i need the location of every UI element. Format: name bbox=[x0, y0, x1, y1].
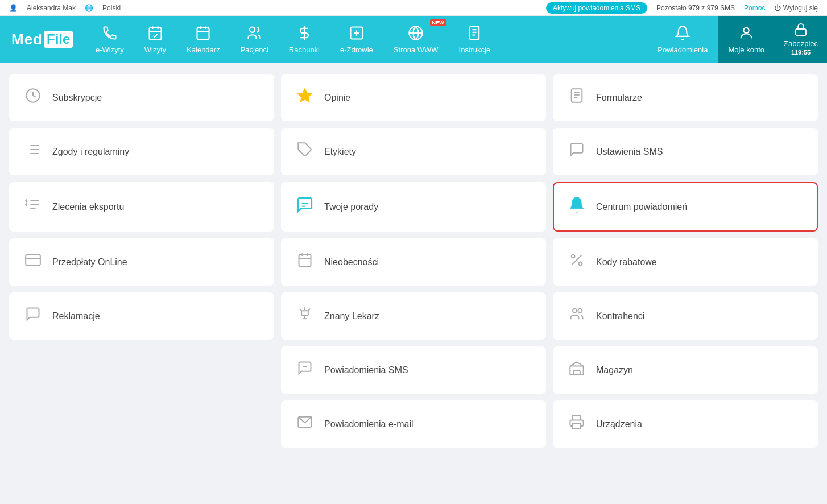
card-powiadomienia-sms[interactable]: Powiadomienia SMS bbox=[281, 346, 546, 394]
card-zgody-label: Zgody i regulaminy bbox=[52, 147, 129, 157]
card-etykiety[interactable]: Etykiety bbox=[281, 128, 546, 175]
svg-point-48 bbox=[578, 309, 582, 313]
svg-line-43 bbox=[572, 255, 581, 265]
clock-icon bbox=[24, 88, 42, 108]
email-icon bbox=[296, 414, 314, 434]
card-urzadzenia-label: Urządzenia bbox=[596, 419, 642, 429]
bubble-icon bbox=[24, 306, 42, 326]
logout-link[interactable]: ⏻ Wyloguj się bbox=[774, 4, 818, 12]
svg-point-8 bbox=[250, 27, 255, 32]
card-magazyn[interactable]: Magazyn bbox=[553, 346, 818, 394]
card-magazyn-label: Magazyn bbox=[596, 365, 633, 375]
card-zlecenia-label: Zlecenia eksportu bbox=[52, 202, 124, 212]
card-kody-rabatowe[interactable]: Kody rabatowe bbox=[553, 238, 818, 286]
card-powiadomienia-email[interactable]: Powiadomienia e-mail bbox=[281, 400, 546, 448]
nav-kalendarz-label: Kalendarz bbox=[187, 46, 220, 54]
svg-rect-20 bbox=[796, 29, 806, 35]
card-zlecenia[interactable]: Zlecenia eksportu bbox=[9, 182, 274, 232]
card-znany-lekarz-label: Znany Lekarz bbox=[324, 311, 379, 321]
nav-strona-www[interactable]: NEW Strona WWW bbox=[383, 16, 449, 63]
percent-icon bbox=[568, 252, 586, 272]
card-centrum-powiadomien[interactable]: Centrum powiadomień bbox=[553, 182, 818, 232]
card-nieobecnosci-label: Nieobecności bbox=[324, 257, 379, 267]
nav-strona-www-label: Strona WWW bbox=[394, 46, 439, 54]
svg-marker-22 bbox=[298, 89, 311, 101]
nav-e-wizyty[interactable]: e-Wizyty bbox=[85, 16, 134, 63]
card-reklamacje[interactable]: Reklamacje bbox=[9, 292, 274, 340]
help-link[interactable]: Pomoc bbox=[744, 4, 765, 12]
card-ustawienia-sms[interactable]: Ustawienia SMS bbox=[553, 128, 818, 175]
svg-point-19 bbox=[744, 27, 749, 32]
activate-sms-button[interactable]: Aktywuj powiadomienia SMS bbox=[546, 2, 647, 14]
card-zgody[interactable]: Zgody i regulaminy bbox=[9, 128, 274, 175]
card-kontrahenci[interactable]: Kontrahenci bbox=[553, 292, 818, 340]
nav-moje-konto[interactable]: Moje konto bbox=[718, 16, 775, 63]
printer-icon bbox=[568, 414, 586, 434]
navbar: Med File e-Wizyty Wizyty Kalendarz Pacj bbox=[0, 16, 827, 63]
card-twoje-porady-label: Twoje porady bbox=[324, 202, 378, 212]
calendar-icon bbox=[195, 25, 211, 43]
card-subskrypcje[interactable]: Subskrypcje bbox=[9, 74, 274, 121]
svg-rect-55 bbox=[573, 423, 581, 428]
card-urzadzenia[interactable]: Urządzenia bbox=[553, 400, 818, 448]
card-znany-lekarz[interactable]: Znany Lekarz bbox=[281, 292, 546, 340]
nav-rachunki[interactable]: Rachunki bbox=[279, 16, 330, 63]
nav-instrukcje-label: Instrukcje bbox=[459, 46, 491, 54]
doc-icon bbox=[568, 88, 586, 108]
nav-zabezpiec[interactable]: Zabezpiec 119:55 bbox=[775, 16, 827, 63]
nav-powiadomienia[interactable]: Powiadomienia bbox=[647, 16, 718, 63]
language: Polski bbox=[102, 4, 121, 12]
empty-col1-row7 bbox=[9, 400, 274, 448]
nav-kalendarz[interactable]: Kalendarz bbox=[176, 16, 230, 63]
card-opinie-label: Opinie bbox=[324, 93, 350, 103]
nav-e-zdrowie[interactable]: e-Zdrowie bbox=[330, 16, 383, 63]
health-icon bbox=[349, 25, 365, 43]
svg-rect-23 bbox=[572, 89, 582, 102]
svg-rect-0 bbox=[149, 27, 161, 39]
card-opinie[interactable]: Opinie bbox=[281, 74, 546, 121]
card-ustawienia-sms-label: Ustawienia SMS bbox=[596, 147, 663, 157]
card-twoje-porady[interactable]: Twoje porady bbox=[281, 182, 546, 232]
card-nieobecnosci[interactable]: Nieobecności bbox=[281, 238, 546, 286]
svg-rect-37 bbox=[26, 255, 40, 266]
logo-file: File bbox=[44, 31, 73, 48]
logo[interactable]: Med File bbox=[0, 16, 85, 63]
svg-rect-39 bbox=[299, 255, 311, 267]
card-etykiety-label: Etykiety bbox=[324, 147, 356, 157]
globe-icon: 🌐 bbox=[85, 4, 93, 12]
card-powiadomienia-email-label: Powiadomienia e-mail bbox=[324, 419, 414, 429]
card-formularze[interactable]: Formularze bbox=[553, 74, 818, 121]
sms-icon bbox=[296, 360, 314, 380]
card-formularze-label: Formularze bbox=[596, 93, 642, 103]
tag-icon bbox=[296, 142, 314, 162]
lock-icon bbox=[794, 23, 808, 38]
svg-rect-15 bbox=[470, 26, 479, 39]
empty-col1-row6 bbox=[9, 346, 274, 394]
bell-nav-icon bbox=[675, 25, 690, 43]
user-icon: 👤 bbox=[9, 4, 18, 12]
new-badge: NEW bbox=[430, 19, 446, 26]
top-bar: 👤 Aleksandra Mak 🌐 Polski Aktywuj powiad… bbox=[0, 0, 827, 16]
nav-wizyty-label: Wizyty bbox=[144, 46, 166, 54]
svg-rect-4 bbox=[197, 27, 209, 39]
card-przedplaty[interactable]: Przedpłaty OnLine bbox=[9, 238, 274, 286]
sms-remaining: Pozostało 979 z 979 SMS bbox=[656, 4, 735, 12]
nav-zabezpiec-label: Zabezpiec bbox=[784, 39, 818, 48]
card-centrum-powiadomien-label: Centrum powiadomień bbox=[596, 202, 687, 212]
card-powiadomienia-sms-label: Powiadomienia SMS bbox=[324, 365, 408, 375]
zabezpiec-time: 119:55 bbox=[791, 49, 811, 56]
nav-wizyty[interactable]: Wizyty bbox=[134, 16, 176, 63]
person-icon bbox=[738, 25, 754, 43]
nav-instrukcje[interactable]: Instrukcje bbox=[449, 16, 501, 63]
top-bar-right: Aktywuj powiadomienia SMS Pozostało 979 … bbox=[546, 2, 818, 14]
nav-pacjenci[interactable]: Pacjenci bbox=[230, 16, 279, 63]
svg-point-47 bbox=[573, 309, 577, 313]
export-icon bbox=[24, 197, 42, 217]
nav-rachunki-label: Rachunki bbox=[289, 46, 320, 54]
star-icon bbox=[296, 88, 314, 108]
logo-med: Med bbox=[11, 31, 43, 48]
top-bar-left: 👤 Aleksandra Mak 🌐 Polski bbox=[9, 4, 121, 12]
nav-e-wizyty-label: e-Wizyty bbox=[96, 46, 124, 54]
plug-icon bbox=[296, 306, 314, 326]
card-icon bbox=[24, 252, 42, 272]
